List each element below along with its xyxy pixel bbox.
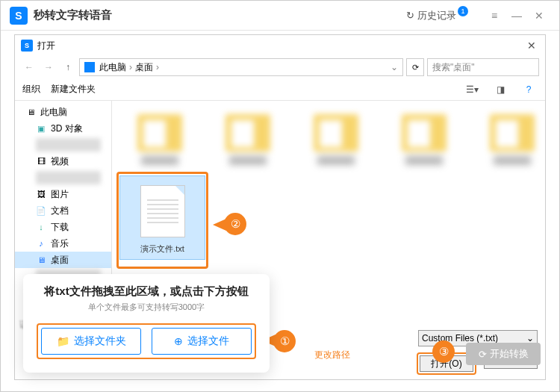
select-file-label: 选择文件 — [187, 335, 229, 348]
blurred-item — [36, 138, 101, 152]
dropzone-card: 将txt文件拖拽至此区域，或点击下方按钮 单个文件最多可支持转写3000字 📁 … — [23, 274, 270, 373]
pc-icon — [84, 62, 95, 72]
select-folder-label: 选择文件夹 — [74, 335, 126, 348]
dialog-title: 打开 — [37, 40, 524, 52]
tree-pictures[interactable]: 🖼图片 — [15, 186, 111, 202]
callout-marker-3: ③ — [432, 340, 455, 363]
tree-desktop[interactable]: 🖥桌面 — [15, 252, 111, 268]
tree-label: 视频 — [51, 155, 69, 168]
forward-button[interactable]: → — [40, 59, 57, 75]
history-icon: ↻ — [406, 10, 414, 21]
up-button[interactable]: ↑ — [60, 59, 76, 75]
history-badge: 1 — [458, 6, 468, 16]
help-button[interactable]: ? — [520, 83, 538, 96]
tree-videos[interactable]: 🎞视频 — [15, 153, 111, 169]
folder-item[interactable] — [134, 108, 185, 175]
pc-icon: 🖥 — [25, 107, 36, 117]
filetype-label: Custom Files (*.txt) — [422, 333, 498, 343]
chevron-down-icon[interactable]: ⌄ — [391, 62, 398, 72]
desktop-icon: 🖥 — [36, 255, 46, 265]
app-titlebar: S 秒转文字转语音 ↻ 历史记录 1 ≡ — ✕ — [1, 1, 559, 31]
dialog-titlebar: S 打开 ✕ — [15, 35, 545, 56]
tree-label: 图片 — [51, 188, 69, 201]
dialog-icon: S — [21, 40, 33, 52]
blurred-item — [36, 171, 101, 184]
cube-icon: ▣ — [36, 123, 46, 134]
dropzone-title: 将txt文件拖拽至此区域，或点击下方按钮 — [37, 284, 256, 299]
callout-marker-1: ① — [273, 330, 296, 352]
preview-pane-button[interactable]: ◨ — [491, 83, 509, 96]
breadcrumb[interactable]: 此电脑 › 桌面 › ⌄ — [79, 58, 403, 76]
tree-label: 下载 — [51, 221, 69, 234]
app-logo: S — [10, 7, 28, 25]
music-icon: ♪ — [36, 238, 46, 249]
folder-item[interactable] — [487, 108, 538, 175]
callout-tail — [213, 219, 226, 231]
folder-item[interactable] — [399, 108, 449, 175]
tree-label: 桌面 — [51, 254, 69, 267]
tree-label: 文档 — [51, 205, 69, 217]
organize-menu[interactable]: 组织 — [22, 83, 40, 96]
start-label: 开始转换 — [490, 347, 529, 361]
view-options-button[interactable]: ☰▾ — [463, 83, 481, 96]
refresh-button[interactable]: ⟳ — [406, 58, 424, 76]
video-icon: 🎞 — [36, 156, 46, 167]
history-link[interactable]: ↻ 历史记录 1 — [406, 9, 468, 22]
folder-item[interactable] — [311, 108, 361, 175]
tree-label: 音乐 — [51, 237, 69, 250]
back-button[interactable]: ← — [21, 59, 37, 75]
tree-music[interactable]: ♪音乐 — [15, 235, 111, 252]
tree-label: 此电脑 — [40, 106, 67, 119]
toolbar: 组织 新建文件夹 ☰▾ ◨ ? — [15, 78, 545, 101]
search-input[interactable]: 搜索"桌面" — [427, 58, 539, 76]
select-file-button[interactable]: ⊕ 选择文件 — [152, 328, 252, 355]
chevron-down-icon: ⌄ — [526, 333, 534, 343]
close-button[interactable]: ✕ — [528, 4, 550, 27]
highlight-box-1: 📁 选择文件夹 ⊕ 选择文件 — [37, 323, 256, 359]
minimize-button[interactable]: — — [505, 4, 528, 27]
tree-label: 3D 对象 — [51, 122, 83, 135]
app-title: 秒转文字转语音 — [34, 8, 406, 22]
history-label: 历史记录 — [417, 9, 456, 22]
tree-documents[interactable]: 📄文档 — [15, 202, 111, 219]
dialog-close-button[interactable]: ✕ — [524, 38, 539, 53]
change-path-link[interactable]: 更改路径 — [314, 349, 350, 361]
new-folder-button[interactable]: 新建文件夹 — [51, 83, 96, 96]
image-icon: 🖼 — [36, 189, 46, 199]
select-folder-button[interactable]: 📁 选择文件夹 — [41, 328, 141, 355]
tree-3d-objects[interactable]: ▣3D 对象 — [15, 120, 111, 137]
download-icon: ↓ — [36, 222, 46, 232]
folder-icon: 📁 — [57, 335, 69, 347]
tree-this-pc[interactable]: 🖥 此电脑 — [15, 104, 111, 120]
chevron-right-icon: › — [129, 62, 132, 72]
menu-button[interactable]: ≡ — [483, 4, 505, 27]
folder-row — [119, 108, 538, 175]
file-name: 演示文件.txt — [126, 243, 199, 255]
nav-row: ← → ↑ 此电脑 › 桌面 › ⌄ ⟳ 搜索"桌面" — [15, 56, 545, 78]
tree-downloads[interactable]: ↓下载 — [15, 219, 111, 235]
search-placeholder: 搜索"桌面" — [432, 61, 475, 74]
breadcrumb-desktop: 桌面 — [135, 61, 153, 74]
chevron-right-icon: › — [156, 62, 159, 72]
breadcrumb-pc: 此电脑 — [99, 61, 126, 74]
file-item-selected[interactable]: 演示文件.txt — [119, 175, 205, 260]
dropzone-subtitle: 单个文件最多可支持转写3000字 — [37, 302, 256, 313]
dropzone-buttons: 📁 选择文件夹 ⊕ 选择文件 — [41, 328, 252, 355]
file-add-icon: ⊕ — [174, 335, 183, 347]
folder-item[interactable] — [223, 108, 273, 175]
document-icon: 📄 — [36, 205, 46, 216]
start-convert-button[interactable]: ⟳ 开始转换 — [466, 343, 541, 365]
callout-marker-2: ② — [224, 213, 246, 235]
convert-icon: ⟳ — [479, 349, 487, 360]
txt-file-icon — [140, 185, 185, 237]
